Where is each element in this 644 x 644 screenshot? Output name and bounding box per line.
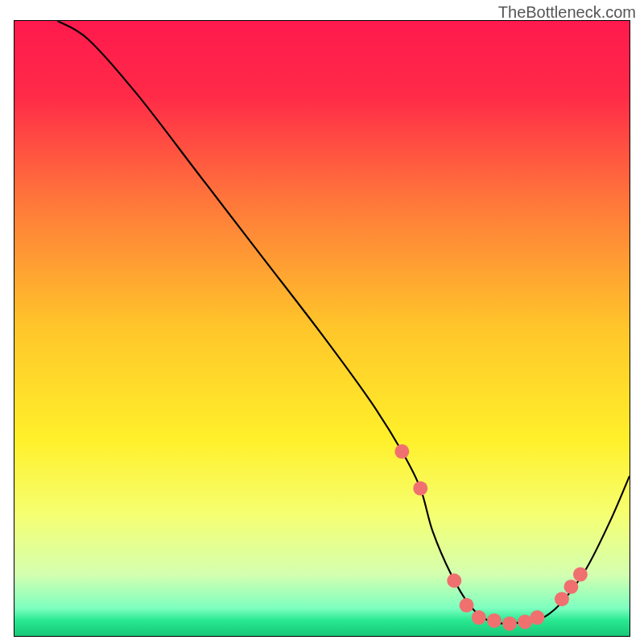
highlight-dot <box>555 592 569 606</box>
highlight-dot <box>394 444 409 459</box>
highlight-dot <box>472 610 486 625</box>
highlight-dots-layer <box>14 21 630 636</box>
chart-plot-area <box>14 20 630 637</box>
highlight-dot <box>487 613 502 628</box>
highlight-dot <box>413 481 427 496</box>
highlight-dot <box>518 614 532 629</box>
highlight-dot <box>530 610 544 625</box>
watermark-text: TheBottleneck.com <box>498 3 636 22</box>
highlight-dot <box>447 573 461 588</box>
highlight-dot <box>502 617 517 631</box>
highlight-dot <box>564 580 578 594</box>
highlight-dot <box>573 568 588 582</box>
highlight-dot <box>460 598 474 613</box>
